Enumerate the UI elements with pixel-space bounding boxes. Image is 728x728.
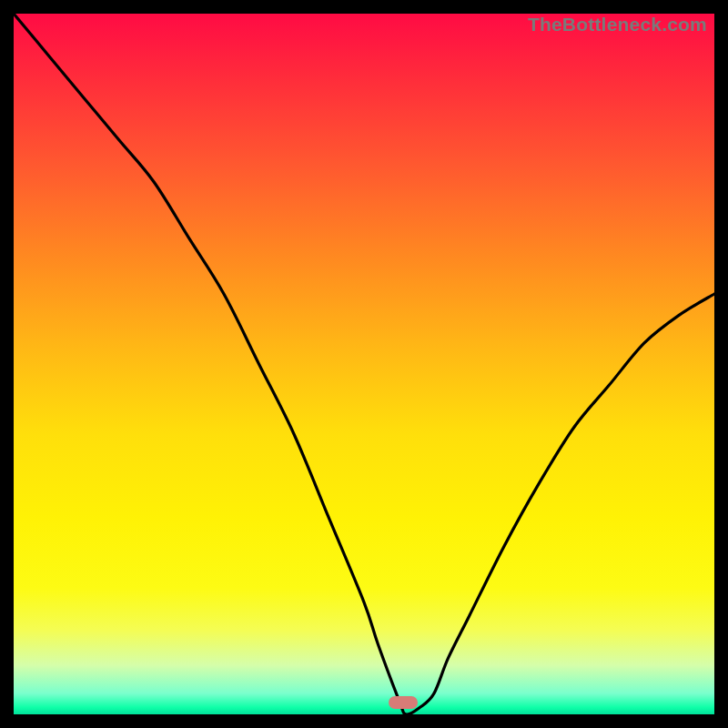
chart-frame: TheBottleneck.com (14, 14, 714, 714)
watermark-text: TheBottleneck.com (528, 14, 707, 35)
optimum-marker (389, 696, 418, 709)
bottleneck-curve (14, 14, 714, 714)
